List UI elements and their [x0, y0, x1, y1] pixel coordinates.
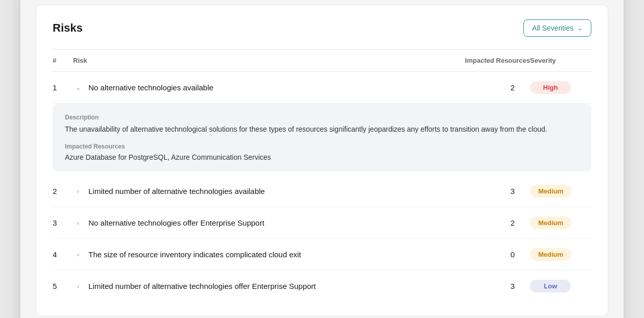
row-risk-1: ⌄ No alternative technologies available	[73, 83, 438, 93]
risk-row-2: 2 › Limited number of alternative techno…	[53, 176, 591, 207]
severity-label-1: High	[530, 81, 571, 94]
collapse-icon-1[interactable]: ⌄	[73, 83, 83, 93]
description-text: The unavailability of alternative techno…	[65, 124, 579, 135]
resources-label: Impacted Resources	[65, 143, 579, 150]
row-number-1: 1	[53, 83, 73, 92]
risk-label-5: Limited number of alternative technologi…	[88, 282, 316, 290]
titlebar	[20, 0, 624, 5]
severity-label-5: Low	[530, 280, 571, 292]
table-header: # Risk Impacted Resources Severity	[53, 50, 591, 72]
main-content: Risks All Severities ⌄ # Risk Impacted R…	[36, 5, 608, 316]
row-risk-3: › No alternative technologies offer Ente…	[73, 218, 438, 228]
severity-label-3: Medium	[530, 216, 571, 229]
severity-label-2: Medium	[530, 185, 571, 198]
impacted-count-2: 3	[438, 187, 530, 195]
expand-icon-2[interactable]: ›	[73, 186, 83, 197]
row-number-5: 5	[53, 282, 73, 290]
description-label: Description	[65, 114, 579, 121]
impacted-count-4: 0	[438, 250, 530, 259]
severity-badge-3: Medium	[530, 216, 591, 229]
expand-icon-5[interactable]: ›	[73, 281, 83, 291]
expand-icon-3[interactable]: ›	[73, 218, 83, 228]
severity-filter-dropdown[interactable]: All Severities ⌄	[523, 19, 591, 37]
expanded-detail-1: Description The unavailability of altern…	[53, 104, 591, 172]
risk-label-4: The size of resource inventory indicates…	[88, 250, 301, 259]
severity-badge-1: High	[530, 81, 591, 94]
row-risk-4: › The size of resource inventory indicat…	[73, 250, 438, 260]
risk-row-1: 1 ⌄ No alternative technologies availabl…	[53, 72, 591, 104]
severity-badge-2: Medium	[530, 185, 591, 198]
impacted-count-1: 2	[438, 83, 530, 92]
severity-filter-label: All Severities	[532, 24, 573, 32]
page-header: Risks All Severities ⌄	[53, 19, 591, 37]
risk-label-3: No alternative technologies offer Enterp…	[88, 218, 264, 227]
impacted-count-3: 2	[438, 218, 530, 227]
resources-text: Azure Database for PostgreSQL, Azure Com…	[65, 153, 579, 161]
severity-badge-5: Low	[530, 280, 591, 292]
impacted-count-5: 3	[438, 282, 530, 290]
chevron-down-icon: ⌄	[578, 25, 583, 32]
app-window: Risks All Severities ⌄ # Risk Impacted R…	[20, 0, 624, 318]
col-impacted: Impacted Resources	[438, 57, 530, 64]
risk-label-2: Limited number of alternative technologi…	[88, 187, 265, 195]
row-number-2: 2	[53, 187, 73, 195]
page-title: Risks	[53, 21, 83, 35]
col-risk: Risk	[73, 57, 438, 64]
risk-row-5: 5 › Limited number of alternative techno…	[53, 271, 591, 302]
row-risk-2: › Limited number of alternative technolo…	[73, 186, 438, 197]
risk-row-4: 4 › The size of resource inventory indic…	[53, 239, 591, 271]
table-row: 1 ⌄ No alternative technologies availabl…	[53, 72, 591, 172]
col-number: #	[53, 57, 73, 64]
row-risk-5: › Limited number of alternative technolo…	[73, 281, 438, 291]
col-severity: Severity	[530, 57, 591, 64]
row-number-4: 4	[53, 250, 73, 259]
risk-label-1: No alternative technologies available	[88, 83, 213, 92]
row-number-3: 3	[53, 218, 73, 227]
severity-badge-4: Medium	[530, 248, 591, 261]
expand-icon-4[interactable]: ›	[73, 250, 83, 260]
severity-label-4: Medium	[530, 248, 571, 261]
risk-row-3: 3 › No alternative technologies offer En…	[53, 207, 591, 239]
